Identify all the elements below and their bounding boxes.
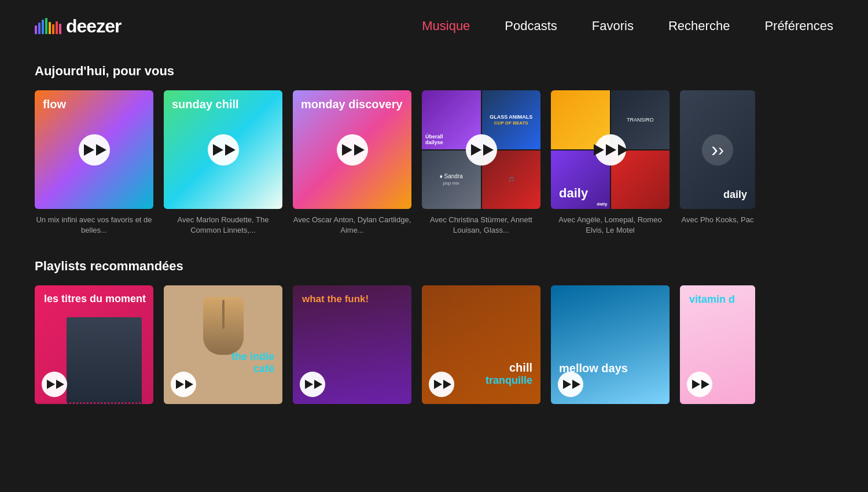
next-card-partial[interactable]: daily › Avec Pho Kooks, Pac [680, 90, 755, 236]
vitamin-d-card-image: vitamin d [680, 285, 755, 404]
flow-card-desc: Un mix infini avec vos favoris et de bel… [35, 215, 153, 236]
today-section-title: Aujourd'hui, pour vous [35, 64, 833, 79]
nav-recherche[interactable]: Recherche [668, 19, 730, 34]
chill-tranquille-label-1: chill [486, 361, 532, 374]
flow-play-button[interactable] [79, 134, 110, 166]
indie-cafe-card-image: the indie café [164, 285, 282, 404]
vitamin-d-card[interactable]: vitamin d [680, 285, 755, 404]
flow-card-label: flow [43, 97, 66, 111]
monday-discovery-card-desc: Avec Oscar Anton, Dylan Cartlidge, Aime.… [293, 215, 411, 236]
collage-1-play-button[interactable] [466, 134, 497, 166]
daily-card-label: daily [559, 186, 588, 201]
collage-1-card-image: Überalldailyse GLASS ANIMALSCUP OF BEATS… [422, 90, 540, 209]
chill-tranquille-card-image: chill tranquille [422, 285, 540, 404]
sunday-chill-card-image: sunday chill [164, 90, 282, 209]
logo-bar-5 [49, 22, 51, 34]
sunday-chill-card[interactable]: sunday chill Avec Marlon Roudette, The C… [164, 90, 282, 236]
chill-tranquille-card[interactable]: chill tranquille [422, 285, 540, 404]
logo-bar-1 [35, 25, 37, 34]
what-the-funk-card[interactable]: what the funk! [293, 285, 411, 404]
logo-bar-2 [38, 23, 41, 34]
next-card-daily-label: daily [723, 189, 747, 201]
nav-favoris[interactable]: Favoris [592, 19, 634, 34]
nav-preferences[interactable]: Préférences [764, 19, 833, 34]
indie-cafe-play-button[interactable] [171, 372, 196, 397]
what-the-funk-label: what the funk! [302, 293, 369, 305]
what-the-funk-card-image: what the funk! [293, 285, 411, 404]
indie-cafe-label-2: café [231, 363, 274, 375]
daily-card-image: TRANSIRO daily daily [551, 90, 670, 209]
daily-card[interactable]: TRANSIRO daily daily Avec Angèle, Lomepa… [551, 90, 670, 236]
chill-tranquille-label-2: tranquille [486, 374, 532, 387]
indie-cafe-label-container: the indie café [231, 351, 274, 375]
main-nav: Musique Podcasts Favoris Recherche Préfé… [422, 19, 833, 34]
indie-cafe-straw [222, 300, 225, 329]
les-titres-label: les titres du moment [44, 293, 146, 305]
mellow-days-card-image: mellow days [551, 285, 670, 404]
logo-bar-4 [45, 18, 47, 34]
les-titres-bottom-pattern [35, 402, 153, 404]
nav-musique[interactable]: Musique [422, 19, 470, 34]
playlists-cards-row: les titres du moment the indie café [35, 285, 833, 404]
main-content: Aujourd'hui, pour vous flow Un mix infin… [0, 52, 868, 416]
logo-bar-6 [52, 24, 54, 34]
daily-play-button[interactable] [595, 134, 626, 166]
indie-cafe-label-1: the indie [231, 351, 274, 363]
indie-cafe-card[interactable]: the indie café [164, 285, 282, 404]
logo-bar-7 [56, 21, 58, 34]
les-titres-card[interactable]: les titres du moment [35, 285, 153, 404]
today-cards-row: flow Un mix infini avec vos favoris et d… [35, 90, 833, 236]
playlists-section-title: Playlists recommandées [35, 259, 833, 274]
today-section: Aujourd'hui, pour vous flow Un mix infin… [35, 64, 833, 236]
playlists-section: Playlists recommandées les titres du mom… [35, 259, 833, 404]
indie-cafe-glass [203, 297, 244, 355]
sunday-chill-card-desc: Avec Marlon Roudette, The Common Linnets… [164, 215, 282, 236]
mellow-days-card[interactable]: mellow days [551, 285, 670, 404]
monday-discovery-card-image: monday discovery [293, 90, 411, 209]
logo-bar-8 [59, 24, 61, 34]
les-titres-card-image: les titres du moment [35, 285, 153, 404]
daily-card-desc: Avec Angèle, Lomepal, Romeo Elvis, Le Mo… [551, 215, 670, 236]
logo[interactable]: deezer [35, 16, 121, 37]
les-titres-person-silhouette [67, 317, 142, 404]
collage-1-card[interactable]: Überalldailyse GLASS ANIMALSCUP OF BEATS… [422, 90, 540, 236]
monday-discovery-card[interactable]: monday discovery Avec Oscar Anton, Dylan… [293, 90, 411, 236]
flow-card-image: flow [35, 90, 153, 209]
monday-discovery-card-label: monday discovery [301, 97, 403, 111]
logo-text: deezer [66, 16, 121, 37]
vitamin-d-label: vitamin d [689, 293, 735, 306]
nav-podcasts[interactable]: Podcasts [505, 19, 557, 34]
next-card-desc: Avec Pho Kooks, Pac [680, 215, 755, 225]
monday-discovery-play-button[interactable] [337, 134, 368, 166]
logo-bar-3 [42, 20, 44, 34]
logo-bars [35, 18, 61, 34]
next-card-image: daily › [680, 90, 755, 209]
sunday-chill-play-button[interactable] [208, 134, 239, 166]
next-section-button[interactable]: › [702, 134, 733, 166]
collage-1-card-desc: Avec Christina Stürmer, Annett Louisan, … [422, 215, 540, 236]
chill-tranquille-label-container: chill tranquille [486, 361, 532, 387]
header: deezer Musique Podcasts Favoris Recherch… [0, 0, 868, 52]
flow-card[interactable]: flow Un mix infini avec vos favoris et d… [35, 90, 153, 236]
sunday-chill-card-label: sunday chill [172, 97, 239, 111]
